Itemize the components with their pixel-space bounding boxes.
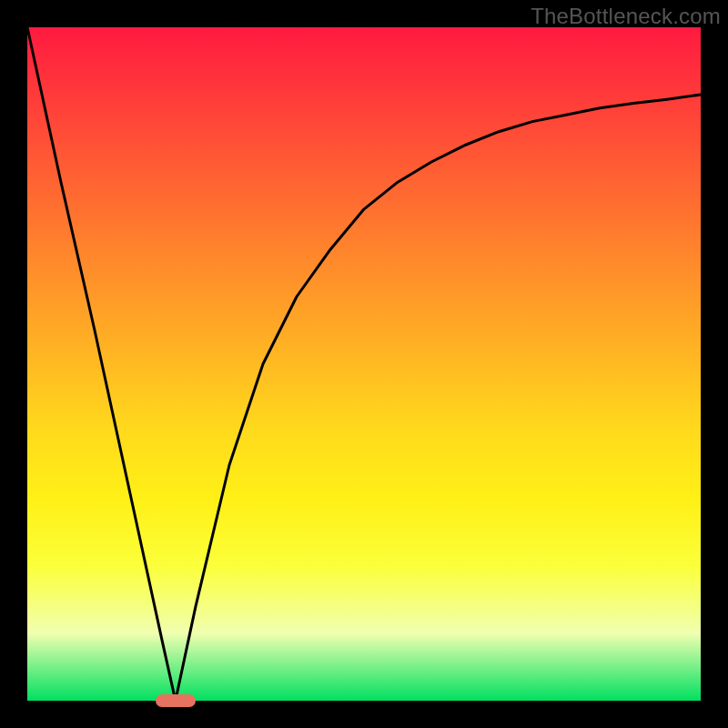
watermark-text: TheBottleneck.com (531, 4, 721, 29)
plot-area (27, 27, 701, 701)
bottleneck-curve (27, 27, 701, 701)
optimal-marker (156, 694, 196, 707)
curve-svg (27, 27, 701, 701)
chart-frame: TheBottleneck.com (0, 0, 728, 728)
